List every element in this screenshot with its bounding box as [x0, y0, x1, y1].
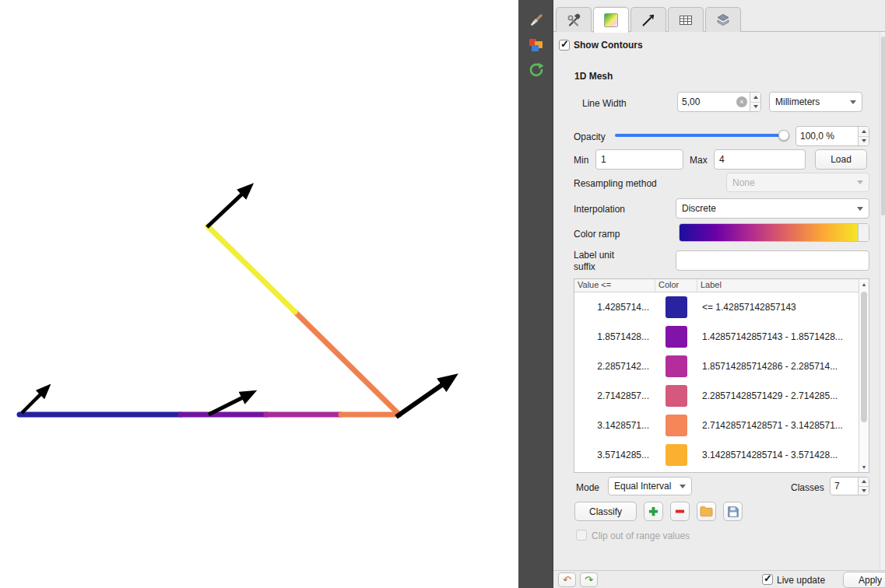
row-color-swatch[interactable]: [666, 415, 687, 436]
min-input[interactable]: [595, 149, 683, 170]
opacity-slider[interactable]: [615, 130, 789, 141]
map-canvas[interactable]: [0, 0, 518, 588]
row-label[interactable]: 1.42857142857143 - 1.8571428...: [697, 331, 859, 342]
chevron-down-icon: [857, 180, 863, 184]
row-value[interactable]: 2.7142857...: [574, 390, 655, 401]
row-label[interactable]: 3.14285714285714 - 3.571428...: [697, 450, 859, 460]
row-color-swatch[interactable]: [666, 326, 687, 348]
save-classes-button[interactable]: [723, 502, 743, 521]
add-class-button[interactable]: [644, 502, 663, 521]
panel-scrollbar-thumb[interactable]: [881, 37, 885, 215]
symbology-tab-button[interactable]: [526, 10, 546, 30]
row-label[interactable]: <= 1.42857142857143: [697, 302, 859, 313]
opacity-step-up[interactable]: [859, 127, 869, 137]
redo-icon: ↷: [585, 575, 593, 585]
tab-mesh-frame[interactable]: [668, 7, 704, 32]
row-value[interactable]: 1.4285714...: [574, 302, 655, 313]
interpolation-dropdown[interactable]: Discrete: [676, 198, 869, 219]
table-row[interactable]: 2.2857142... 1.85714285714286 - 2.285714…: [574, 352, 859, 381]
opacity-input[interactable]: [796, 127, 858, 145]
mode-value: Equal Interval: [614, 481, 671, 492]
resampling-value: None: [732, 177, 755, 188]
style-icon: [528, 37, 545, 54]
row-value[interactable]: 1.8571428...: [574, 331, 655, 342]
line-width-spinbox[interactable]: ×: [677, 92, 761, 112]
row-color-swatch[interactable]: [666, 296, 687, 318]
table-scrollbar-thumb[interactable]: [861, 292, 867, 422]
classes-input[interactable]: [831, 478, 858, 495]
load-classes-button[interactable]: [697, 502, 716, 521]
chevron-down-icon: [850, 100, 856, 104]
tab-contours[interactable]: [593, 7, 629, 33]
row-label[interactable]: 2.71428571428571 - 3.1428571...: [697, 420, 859, 431]
row-value[interactable]: 2.2857142...: [574, 361, 655, 372]
row-color-swatch[interactable]: [666, 385, 687, 407]
load-button[interactable]: Load: [815, 149, 867, 170]
line-width-unit-value: Millimeters: [775, 96, 820, 107]
clip-label: Clip out of range values: [592, 530, 690, 541]
apply-button[interactable]: Apply: [843, 572, 885, 588]
label-unit-suffix-input[interactable]: [676, 250, 869, 271]
show-contours-label: Show Contours: [574, 40, 643, 51]
table-scrollbar[interactable]: ▲ ▼: [859, 279, 869, 472]
row-label[interactable]: 1.85714285714286 - 2.285714...: [697, 361, 859, 372]
check-icon: ✓: [560, 38, 569, 50]
scroll-down-icon[interactable]: ▼: [859, 462, 869, 472]
opacity-step-down[interactable]: [859, 137, 869, 146]
styling-dock-strip: [518, 0, 553, 588]
opacity-spinbox[interactable]: [795, 126, 869, 146]
table-row[interactable]: 3.5714285... 3.14285714285714 - 3.571428…: [574, 440, 859, 470]
redo-button[interactable]: ↷: [580, 572, 598, 587]
row-value[interactable]: 3.1428571...: [574, 420, 655, 431]
map-svg: [0, 0, 518, 588]
panel-scrollbar[interactable]: [880, 32, 885, 570]
chevron-down-icon: [680, 485, 686, 488]
tab-general-settings[interactable]: [556, 7, 592, 32]
mode-dropdown[interactable]: Equal Interval: [608, 477, 692, 495]
interpolation-label: Interpolation: [574, 204, 625, 215]
clear-icon[interactable]: ×: [736, 96, 747, 107]
line-width-step-up[interactable]: [750, 93, 760, 103]
table-row[interactable]: 1.8571428... 1.42857142857143 - 1.857142…: [574, 322, 859, 352]
row-value[interactable]: 3.5714285...: [574, 450, 655, 460]
color-ramp-button[interactable]: [679, 223, 869, 242]
classes-step-down[interactable]: [859, 487, 869, 495]
resampling-label: Resampling method: [574, 178, 657, 189]
style-manager-button[interactable]: [526, 35, 546, 55]
color-ramp-label: Color ramp: [574, 229, 620, 240]
mode-label: Mode: [576, 482, 599, 493]
line-width-unit-dropdown[interactable]: Millimeters: [769, 92, 862, 112]
tab-vectors[interactable]: [630, 7, 666, 32]
line-width-input[interactable]: [678, 93, 736, 111]
color-ramp-preview[interactable]: [680, 224, 858, 241]
opacity-slider-handle[interactable]: [778, 130, 789, 141]
classes-step-up[interactable]: [859, 478, 869, 487]
live-update-checkbox[interactable]: ✓: [762, 574, 773, 585]
history-button[interactable]: [526, 60, 546, 80]
line-width-step-down[interactable]: [750, 103, 760, 112]
table-row[interactable]: 2.7142857... 2.28571428571429 - 2.714285…: [574, 381, 859, 411]
layer-styling-panel: ✓ Show Contours 1D Mesh Line Width × Mil…: [553, 0, 885, 588]
row-label[interactable]: 2.28571428571429 - 2.714285...: [697, 390, 859, 401]
line-icon: [641, 12, 656, 28]
show-contours-checkbox[interactable]: ✓: [559, 40, 570, 51]
table-row[interactable]: 3.1428571... 2.71428571428571 - 3.142857…: [574, 411, 859, 440]
max-input[interactable]: [714, 149, 806, 170]
undo-button[interactable]: ↶: [558, 572, 576, 587]
tab-stacked-mesh[interactable]: [705, 7, 741, 32]
classes-table-header: Value <= Color Label: [574, 279, 859, 292]
color-ramp-menu-arrow[interactable]: [858, 224, 869, 241]
remove-class-button[interactable]: [670, 502, 690, 521]
scroll-up-icon[interactable]: ▲: [859, 279, 869, 289]
header-label: Label: [697, 279, 859, 292]
classes-table: Value <= Color Label 1.4285714... <= 1.4…: [574, 278, 869, 473]
row-color-swatch[interactable]: [666, 355, 687, 377]
classes-spinbox[interactable]: [830, 477, 869, 495]
row-color-swatch[interactable]: [666, 444, 687, 466]
plus-icon: [648, 506, 659, 517]
classify-button[interactable]: Classify: [574, 502, 637, 521]
table-row[interactable]: 1.4285714... <= 1.42857142857143: [574, 292, 859, 322]
clip-checkbox: ✓: [576, 530, 587, 541]
live-update-label: Live update: [777, 575, 825, 586]
line-width-label: Line Width: [582, 98, 627, 109]
